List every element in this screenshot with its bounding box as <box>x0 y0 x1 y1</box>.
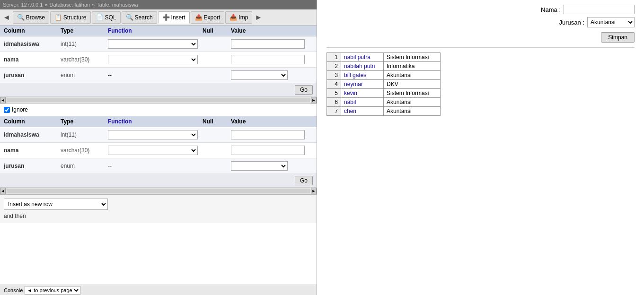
nav-insert-button[interactable]: ➕ Insert <box>158 11 190 24</box>
table-name-link[interactable]: neymar <box>344 81 363 87</box>
table-name-link[interactable]: nabilah putri <box>344 63 375 69</box>
form2-col-jurusan: jurusan <box>4 163 61 169</box>
table-cell-name[interactable]: kevin <box>341 89 384 98</box>
table-cell-jurusan: Akuntansi <box>384 71 441 80</box>
ignore-checkbox[interactable] <box>4 107 10 113</box>
scroll-row-1: ◄ ► <box>0 97 317 104</box>
console-select[interactable]: ◄ to previous page <box>25 286 80 295</box>
table-cell-id: 1 <box>327 53 341 62</box>
form2-function-jurusan-dash: -- <box>108 163 203 169</box>
col-header-row-2: Column Type Function Null Value <box>0 116 317 127</box>
go-row-1: Go <box>0 83 317 97</box>
console-label: Console <box>4 287 23 293</box>
table-row: 5kevinSistem Informasi <box>327 89 441 98</box>
col-header-value-2: Value <box>231 118 313 125</box>
table-cell-jurusan: DKV <box>384 80 441 89</box>
insert-action-row: Insert as new row Insert as new row and … <box>4 199 313 210</box>
nav-search-button[interactable]: 🔍 Search <box>122 11 157 24</box>
table-name-link[interactable]: nabil <box>344 99 356 105</box>
table-label: Table: mahasiswa <box>97 2 138 8</box>
console-bar: Console ◄ to previous page <box>0 285 317 295</box>
insert-label: Insert <box>171 14 185 21</box>
table-cell-name[interactable]: nabilah putri <box>341 62 384 71</box>
table-name-link[interactable]: kevin <box>344 90 357 96</box>
scroll-right-2[interactable]: ► <box>311 188 317 194</box>
form1-col-jurusan: jurusan <box>4 72 61 78</box>
imp-icon: 📥 <box>229 14 237 21</box>
col-header-column-1: Column <box>4 27 61 34</box>
nav-browse-button[interactable]: 🔍 Browse <box>13 11 49 24</box>
ignore-row: Ignore <box>0 104 317 116</box>
col-header-type-1: Type <box>61 27 108 34</box>
search-label: Search <box>135 14 153 21</box>
form1-value-nama[interactable] <box>231 55 305 64</box>
table-row: 6nabilAkuntansi <box>327 98 441 107</box>
form1-type-nama: varchar(30) <box>61 56 108 63</box>
table-name-link[interactable]: bill gates <box>344 72 366 78</box>
nama-input[interactable] <box>564 5 635 14</box>
right-panel: Nama : Jurusan : Akuntansi Informatika S… <box>317 0 644 295</box>
form1-function-idmahasiswa[interactable] <box>108 39 198 49</box>
table-cell-name[interactable]: nabil putra <box>341 53 384 62</box>
table-cell-name[interactable]: chen <box>341 107 384 116</box>
browse-label: Browse <box>26 14 45 21</box>
table-cell-id: 2 <box>327 62 341 71</box>
col-header-type-2: Type <box>61 118 108 125</box>
table-cell-id: 6 <box>327 98 341 107</box>
form1-row-nama: nama varchar(30) <box>0 52 317 68</box>
nav-sql-button[interactable]: 📄 SQL <box>92 11 121 24</box>
simpan-button[interactable]: Simpan <box>601 32 635 43</box>
export-label: Export <box>204 14 221 21</box>
ignore-label: Ignore <box>12 106 28 113</box>
table-name-link[interactable]: nabil putra <box>344 54 371 61</box>
title-separator1: » <box>44 2 47 8</box>
search-icon: 🔍 <box>126 14 133 21</box>
table-cell-jurusan: Informatika <box>384 62 441 71</box>
table-cell-id: 4 <box>327 80 341 89</box>
table-cell-name[interactable]: neymar <box>341 80 384 89</box>
form2-value-idmahasiswa[interactable] <box>231 130 305 139</box>
scroll-right-1[interactable]: ► <box>311 97 317 104</box>
form1-value-idmahasiswa[interactable] <box>231 39 305 49</box>
go-button-2[interactable]: Go <box>295 176 313 185</box>
scroll-left-2[interactable]: ◄ <box>0 188 6 194</box>
form1-value-jurusan[interactable]: Akuntansi Informatika Sistem Informasi D… <box>231 70 288 80</box>
and-then-label: and then <box>4 213 313 219</box>
insert-action-select[interactable]: Insert as new row Insert as new row and … <box>4 199 108 210</box>
table-cell-id: 7 <box>327 107 341 116</box>
scroll-track-2 <box>7 189 310 193</box>
left-panel: Server: 127.0.0.1 » Database: latihan » … <box>0 0 317 295</box>
form1-row-jurusan: jurusan enum -- Akuntansi Informatika Si… <box>0 68 317 83</box>
form1-function-nama[interactable] <box>108 55 198 64</box>
nav-export-button[interactable]: 📤 Export <box>191 11 225 24</box>
form2-value-nama[interactable] <box>231 146 305 155</box>
form2-type-nama: varchar(30) <box>61 147 108 154</box>
title-bar: Server: 127.0.0.1 » Database: latihan » … <box>0 0 317 9</box>
insert-form-1: Column Type Function Null Value idmahasi… <box>0 26 317 104</box>
form2-row-jurusan: jurusan enum -- Akuntansi Informatika Si… <box>0 158 317 174</box>
go-button-1[interactable]: Go <box>295 85 313 95</box>
nav-structure-button[interactable]: 📋 Structure <box>50 11 91 24</box>
form2-row-idmahasiswa: idmahasiswa int(11) <box>0 127 317 143</box>
browse-icon: 🔍 <box>17 14 25 21</box>
nav-imp-button[interactable]: 📥 Imp <box>225 11 252 24</box>
server-label: Server: 127.0.0.1 <box>3 2 43 8</box>
divider <box>326 47 635 48</box>
form2-function-idmahasiswa[interactable] <box>108 130 198 139</box>
form1-col-nama: nama <box>4 56 61 63</box>
back-arrow-button[interactable]: ◄ <box>1 13 12 22</box>
nav-bar: ◄ 🔍 Browse 📋 Structure 📄 SQL 🔍 Search ➕ … <box>0 9 317 26</box>
form2-value-jurusan[interactable]: Akuntansi Informatika Sistem Informasi D… <box>231 161 288 171</box>
data-table: 1nabil putraSistem Informasi2nabilah put… <box>326 52 441 116</box>
table-name-link[interactable]: chen <box>344 108 356 114</box>
form2-function-nama[interactable] <box>108 146 198 155</box>
scroll-left-1[interactable]: ◄ <box>0 97 6 104</box>
title-separator2: » <box>92 2 95 8</box>
bottom-area: Insert as new row Insert as new row and … <box>0 194 317 223</box>
go-row-2: Go <box>0 174 317 188</box>
jurusan-select[interactable]: Akuntansi Informatika Sistem Informasi D… <box>587 17 635 27</box>
forward-arrow-button[interactable]: ► <box>253 13 264 22</box>
structure-icon: 📋 <box>54 14 62 21</box>
table-cell-name[interactable]: nabil <box>341 98 384 107</box>
table-cell-name[interactable]: bill gates <box>341 71 384 80</box>
